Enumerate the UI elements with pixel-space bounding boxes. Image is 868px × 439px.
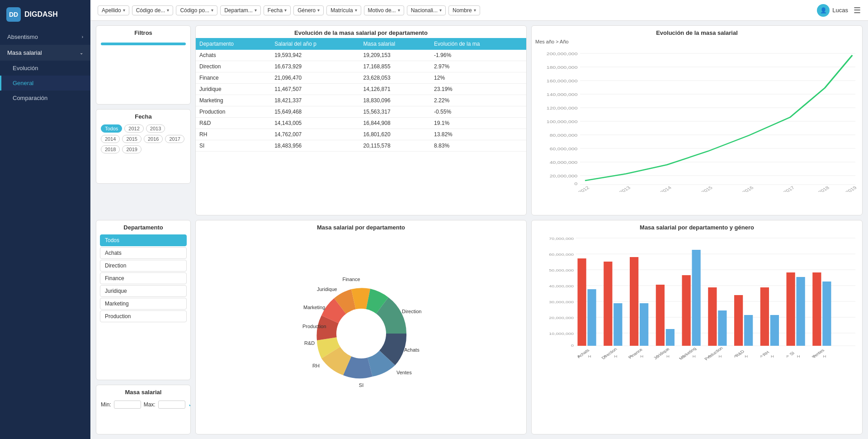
table-cell: 17,168,855 — [360, 61, 431, 72]
user-badge[interactable]: 👤 Lucas — [817, 4, 848, 17]
filter-chip-arrow: ▾ — [255, 8, 257, 13]
table-row[interactable]: Production15,649,46815,563,317-0.55% — [196, 106, 526, 118]
svg-text:100,000,000: 100,000,000 — [547, 119, 578, 124]
confirm-icon[interactable]: ✓ — [188, 400, 191, 409]
table-cell: RH — [196, 129, 271, 140]
table-header-cell: Evolución de la ma — [430, 38, 526, 50]
fecha-title: Fecha — [96, 110, 190, 122]
table-wrapper[interactable]: DepartamentoSalarial del año pMasa salar… — [196, 38, 526, 215]
svg-text:2017: 2017 — [782, 185, 796, 192]
dept-item[interactable]: Todos — [100, 234, 187, 246]
filter-chip[interactable]: Género▾ — [293, 5, 324, 15]
sidebar-item-label: Masa salarial — [7, 49, 42, 56]
min-input[interactable] — [114, 401, 141, 409]
svg-text:Juridique: Juridique — [317, 286, 337, 292]
table-header-cell: Departamento — [196, 38, 271, 50]
filter-chip[interactable]: Matrícula▾ — [326, 5, 361, 15]
fecha-chip[interactable]: Todos — [101, 124, 122, 133]
table-cell: 15,649,468 — [271, 106, 359, 118]
table-cell: 16,673,929 — [271, 61, 359, 72]
fecha-chip[interactable]: 2017 — [165, 135, 184, 143]
menu-icon[interactable]: ☰ — [854, 5, 861, 15]
filter-chip[interactable]: Nombre▾ — [448, 5, 480, 15]
filter-chip[interactable]: Fecha▾ — [264, 5, 291, 15]
sidebar-sub-item-evolucion[interactable]: Evolución — [0, 61, 90, 76]
dept-item[interactable]: Marketing — [100, 298, 187, 310]
topbar: Apellido▾Código de...▾Código po...▾Depar… — [90, 0, 868, 21]
left-col-bottom: Departamento TodosAchatsDirectionFinance… — [96, 220, 191, 434]
filter-chip-arrow: ▾ — [398, 8, 400, 13]
svg-text:Production: Production — [302, 324, 326, 329]
fecha-chip[interactable]: 2014 — [101, 135, 120, 143]
filter-chip[interactable]: Nacionali...▾ — [407, 5, 446, 15]
filter-chip-label: Nombre — [453, 7, 472, 14]
svg-text:H: H — [823, 354, 826, 358]
app-name: DIGDASH — [24, 10, 58, 19]
sidebar-item-absentismo[interactable]: Absentismo › — [0, 29, 90, 45]
max-input[interactable] — [158, 401, 185, 409]
filter-chip-label: Nacionali... — [411, 7, 438, 14]
dept-item[interactable]: Direction — [100, 260, 187, 272]
svg-rect-98 — [797, 277, 805, 346]
sidebar-sub-item-general[interactable]: General — [0, 76, 90, 91]
svg-text:10,000,000: 10,000,000 — [549, 332, 574, 336]
filter-chip-arrow: ▾ — [211, 8, 213, 13]
svg-text:30,000,000: 30,000,000 — [549, 300, 574, 304]
dept-item[interactable]: Juridique — [100, 285, 187, 297]
table-row[interactable]: R&D14,143,00516,844,90819.1% — [196, 118, 526, 129]
fecha-chip[interactable]: 2019 — [122, 145, 141, 153]
sidebar-item-masa-salarial[interactable]: Masa salarial ⌄ — [0, 45, 90, 61]
fecha-chip[interactable]: 2018 — [101, 145, 120, 153]
fecha-chip[interactable]: 2012 — [124, 124, 143, 133]
table-cell: 19,593,942 — [271, 50, 359, 61]
table-cell: 18,483,956 — [271, 140, 359, 152]
svg-rect-73 — [666, 329, 675, 346]
dept-item[interactable]: Production — [100, 310, 187, 322]
table-cell: 16,801,620 — [360, 129, 431, 140]
svg-text:H: H — [745, 354, 748, 358]
row-1: Filtros Fecha Todos201220132014201520162… — [96, 25, 863, 215]
svg-text:H: H — [666, 354, 670, 358]
filter-chip[interactable]: Apellido▾ — [98, 5, 129, 15]
filtros-title: Filtros — [96, 26, 190, 38]
svg-text:Production: Production — [703, 346, 724, 361]
dept-item[interactable]: Finance — [100, 272, 187, 284]
filter-chip-label: Apellido — [102, 7, 121, 14]
sidebar-sub-item-comparacion[interactable]: Comparación — [0, 91, 90, 105]
svg-rect-92 — [760, 287, 769, 346]
table-row[interactable]: Juridique11,467,50714,126,87123.19% — [196, 84, 526, 95]
svg-text:40,000,000: 40,000,000 — [549, 284, 574, 288]
table-cell: Production — [196, 106, 271, 118]
sidebar-logo: DD DIGDASH — [0, 0, 90, 29]
filter-chip-arrow: ▾ — [167, 8, 169, 13]
svg-text:RH: RH — [312, 363, 320, 368]
svg-text:200,000,000: 200,000,000 — [547, 52, 578, 56]
filter-chip[interactable]: Departam...▾ — [220, 5, 261, 15]
table-row[interactable]: Marketing18,421,33718,830,0962.22% — [196, 95, 526, 106]
filter-chip[interactable]: Motivo de...▾ — [364, 5, 404, 15]
donut-title: Masa salarial por departamento — [196, 220, 526, 233]
svg-text:H: H — [693, 354, 696, 358]
table-row[interactable]: Achats19,593,94219,209,153-1.96% — [196, 50, 526, 61]
table-cell: 15,563,317 — [360, 106, 431, 118]
filter-chip[interactable]: Código de...▾ — [132, 5, 174, 15]
fecha-chip[interactable]: 2015 — [122, 135, 141, 143]
table-cell: 14,126,871 — [360, 84, 431, 95]
line-chart-svg: 200,000,000 180,000,000 160,000,000 140,… — [535, 47, 859, 192]
svg-rect-78 — [692, 250, 701, 346]
filter-chip[interactable]: Código po...▾ — [176, 5, 217, 15]
filter-chip-label: Matrícula — [330, 7, 353, 14]
table-row[interactable]: RH14,762,00716,801,62013.82% — [196, 129, 526, 140]
table-cell: R&D — [196, 118, 271, 129]
table-row[interactable]: Direction16,673,92917,168,8552.97% — [196, 61, 526, 72]
fecha-chip[interactable]: 2013 — [146, 124, 165, 133]
svg-rect-88 — [744, 315, 753, 346]
svg-text:2014: 2014 — [659, 185, 673, 192]
dept-item[interactable]: Achats — [100, 247, 187, 259]
table-row[interactable]: Finance21,096,47023,628,05312% — [196, 72, 526, 84]
filtros-bar — [101, 43, 186, 45]
table-row[interactable]: SI18,483,95620,115,5788.83% — [196, 140, 526, 152]
table-cell: -0.55% — [430, 106, 526, 118]
svg-rect-68 — [640, 303, 648, 346]
fecha-chip[interactable]: 2016 — [144, 135, 163, 143]
